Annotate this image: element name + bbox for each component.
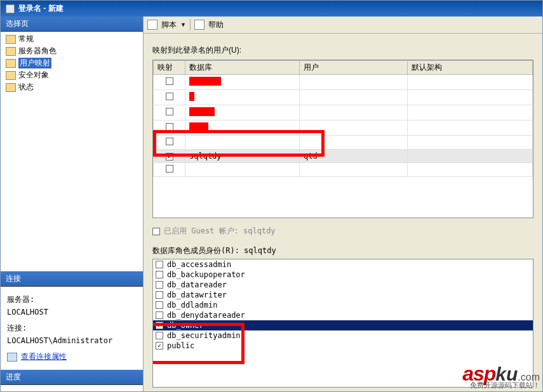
col-schema[interactable]: 默认架构 [408, 61, 533, 75]
user-cell[interactable] [300, 121, 408, 136]
map-checkbox[interactable] [166, 108, 173, 115]
mapping-table[interactable]: 映射 数据库 用户 默认架构 sqlqtdyqtd [153, 60, 533, 177]
role-row[interactable]: db_owner [153, 320, 533, 330]
help-button[interactable]: 帮助 [208, 20, 224, 30]
view-connection-props-link[interactable]: 查看连接属性 [21, 351, 67, 362]
right-content: 映射到此登录名的用户(U): 映射 数据库 用户 默认架构 sqlqtdyqtd [144, 34, 542, 391]
nav-item-label: 常规 [18, 34, 34, 44]
role-row[interactable]: db_datareader [153, 280, 533, 290]
table-row[interactable] [154, 105, 533, 121]
table-row[interactable]: sqlqtdyqtd [154, 150, 533, 163]
schema-cell[interactable] [408, 105, 533, 121]
conn-label: 连接: [7, 323, 137, 334]
page-icon [6, 35, 16, 44]
nav-item[interactable]: 服务器角色 [3, 45, 143, 57]
titlebar[interactable]: 登录名 - 新建 [1, 1, 542, 16]
db-cell[interactable] [185, 90, 300, 105]
map-checkbox[interactable] [166, 93, 173, 100]
role-checkbox[interactable] [156, 332, 163, 339]
nav-item-label: 用户映射 [18, 58, 51, 69]
redacted-block [189, 122, 208, 131]
role-row[interactable]: db_backupoperator [153, 270, 533, 280]
col-db[interactable]: 数据库 [185, 61, 300, 75]
nav-item[interactable]: 安全对象 [3, 69, 143, 81]
db-cell[interactable] [185, 75, 300, 90]
progress-area [1, 385, 143, 391]
table-row[interactable] [154, 75, 533, 90]
user-cell[interactable] [300, 75, 408, 90]
connection-section: 连接 服务器: LOCALHOST 连接: LOCALHOST\Administ… [1, 271, 143, 370]
role-row[interactable]: db_datawriter [153, 290, 533, 300]
role-row[interactable]: db_securityadmin [153, 330, 533, 341]
schema-cell[interactable] [408, 90, 533, 105]
user-cell[interactable]: qtd [300, 150, 408, 163]
nav-item-label: 安全对象 [18, 70, 49, 81]
role-row[interactable]: public [153, 341, 533, 351]
schema-cell[interactable] [408, 150, 533, 163]
redacted-block [189, 107, 215, 116]
server-label: 服务器: [7, 294, 137, 305]
page-nav-list: 常规服务器角色用户映射安全对象状态 [1, 32, 143, 152]
table-row[interactable] [154, 136, 533, 150]
role-checkbox[interactable] [156, 322, 163, 329]
role-row[interactable]: db_accessadmin [153, 259, 533, 270]
page-icon [6, 83, 16, 92]
db-cell[interactable] [185, 121, 300, 136]
col-map[interactable]: 映射 [154, 61, 185, 75]
script-dropdown-arrow[interactable]: ▼ [180, 22, 186, 28]
select-page-header: 选择页 [1, 16, 143, 32]
connection-props-icon [7, 353, 17, 362]
role-row[interactable]: db_ddladmin [153, 300, 533, 310]
server-value: LOCALHOST [7, 308, 137, 317]
table-row[interactable] [154, 163, 533, 177]
role-checkbox[interactable] [156, 311, 163, 319]
schema-cell[interactable] [408, 136, 533, 150]
col-user[interactable]: 用户 [300, 61, 408, 75]
user-cell[interactable] [300, 90, 408, 105]
map-checkbox[interactable] [166, 123, 173, 131]
map-checkbox[interactable] [166, 138, 173, 145]
nav-item[interactable]: 用户映射 [3, 57, 143, 69]
schema-cell[interactable] [408, 121, 533, 136]
page-icon [6, 59, 16, 68]
role-row[interactable]: db_denydatareader [153, 310, 533, 320]
role-checkbox[interactable] [156, 301, 163, 309]
role-name: db_ddladmin [167, 301, 217, 310]
role-checkbox[interactable] [156, 261, 163, 268]
nav-item[interactable]: 状态 [3, 81, 143, 93]
window-title: 登录名 - 新建 [18, 3, 64, 14]
user-cell[interactable] [300, 136, 408, 150]
redacted-block [189, 92, 194, 101]
role-name: db_backupoperator [167, 270, 245, 279]
map-checkbox[interactable] [166, 165, 173, 173]
nav-item[interactable]: 常规 [3, 33, 143, 45]
role-name: public [167, 341, 194, 350]
progress-header: 进度 [1, 370, 143, 385]
db-cell[interactable] [185, 105, 300, 121]
user-cell[interactable] [300, 163, 408, 177]
role-checkbox[interactable] [156, 281, 163, 289]
script-button[interactable]: 脚本 [161, 20, 177, 30]
toolbar: 脚本 ▼ 帮助 [144, 16, 542, 34]
role-checkbox[interactable] [156, 271, 163, 278]
map-checkbox[interactable] [166, 77, 173, 85]
schema-cell[interactable] [408, 163, 533, 177]
table-row[interactable] [154, 121, 533, 136]
schema-cell[interactable] [408, 75, 533, 90]
nav-item-label: 服务器角色 [18, 46, 57, 56]
guest-checkbox [152, 228, 160, 235]
user-cell[interactable] [300, 105, 408, 121]
role-name: db_securityadmin [167, 331, 241, 340]
app-icon [6, 4, 15, 13]
table-row[interactable] [154, 90, 533, 105]
db-cell[interactable] [185, 163, 300, 177]
guest-line: 已启用 Guest 帐户: sqlqtdy [152, 226, 533, 237]
mapping-table-wrap: 映射 数据库 用户 默认架构 sqlqtdyqtd [152, 60, 533, 218]
db-cell[interactable]: sqlqtdy [185, 150, 300, 163]
db-cell[interactable] [185, 136, 300, 150]
role-checkbox[interactable] [156, 291, 163, 299]
map-checkbox[interactable] [166, 153, 173, 160]
role-name: db_accessadmin [167, 260, 231, 269]
roles-list[interactable]: db_accessadmindb_backupoperatordb_datare… [152, 259, 533, 388]
role-checkbox[interactable] [156, 342, 163, 350]
